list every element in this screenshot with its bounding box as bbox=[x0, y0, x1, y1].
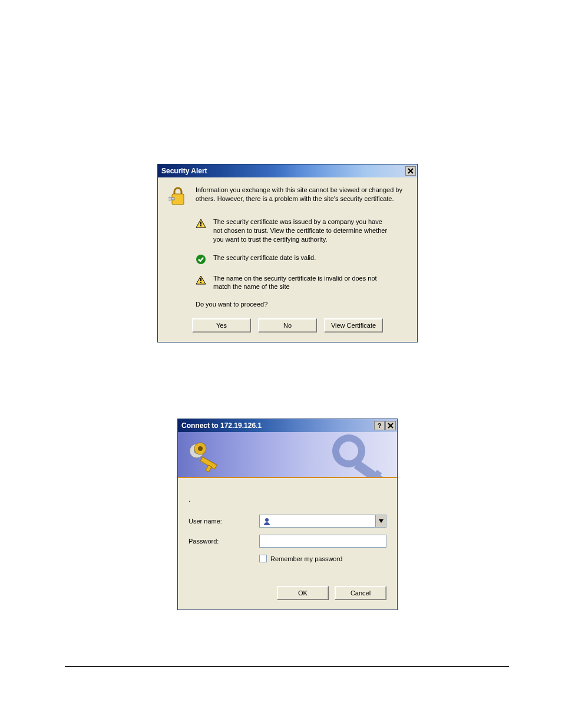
ok-button[interactable]: OK bbox=[277, 586, 329, 600]
connect-banner bbox=[178, 432, 397, 478]
chevron-down-icon[interactable] bbox=[375, 515, 386, 527]
warning-triangle-icon bbox=[196, 218, 206, 229]
svg-rect-11 bbox=[206, 465, 211, 472]
security-alert-intro: Information you exchange with this site … bbox=[196, 186, 406, 207]
security-alert-title: Security Alert bbox=[161, 167, 207, 175]
cert-item-text: The name on the security certificate is … bbox=[213, 274, 390, 292]
svg-rect-3 bbox=[200, 222, 201, 225]
user-icon bbox=[262, 516, 272, 526]
remember-password-checkbox[interactable] bbox=[259, 555, 267, 562]
no-button[interactable]: No bbox=[258, 318, 317, 332]
warning-triangle-icon bbox=[196, 275, 206, 285]
security-alert-dialog: Security Alert Information you exchange … bbox=[157, 164, 418, 342]
check-circle-icon bbox=[196, 254, 206, 265]
remember-password-label: Remember my password bbox=[270, 555, 342, 562]
cert-item-name: The name on the security certificate is … bbox=[196, 274, 406, 292]
help-icon[interactable]: ? bbox=[374, 421, 385, 430]
connect-titlebar[interactable]: Connect to 172.19.126.1 ? bbox=[178, 419, 397, 432]
cert-item-date: The security certificate date is valid. bbox=[196, 253, 406, 265]
cert-item-text: The security certificate date is valid. bbox=[213, 253, 316, 262]
cert-item-issuer: The security certificate was issued by a… bbox=[196, 218, 406, 244]
yes-button[interactable]: Yes bbox=[192, 318, 251, 332]
security-alert-titlebar[interactable]: Security Alert bbox=[158, 164, 417, 177]
close-icon[interactable] bbox=[405, 166, 416, 176]
lock-key-icon bbox=[168, 186, 189, 207]
svg-rect-6 bbox=[200, 278, 201, 281]
server-label: . bbox=[189, 496, 386, 503]
password-label: Password: bbox=[189, 538, 259, 545]
username-label: User name: bbox=[189, 518, 259, 525]
connect-dialog: Connect to 172.19.126.1 ? bbox=[177, 419, 398, 610]
close-icon[interactable] bbox=[385, 421, 396, 430]
connect-title: Connect to 172.19.126.1 bbox=[181, 421, 262, 430]
svg-rect-4 bbox=[200, 225, 201, 226]
password-field[interactable] bbox=[259, 535, 386, 548]
svg-point-16 bbox=[265, 518, 269, 522]
svg-point-13 bbox=[198, 446, 203, 451]
divider bbox=[65, 666, 509, 667]
cert-item-text: The security certificate was issued by a… bbox=[213, 218, 390, 244]
cancel-button[interactable]: Cancel bbox=[335, 586, 386, 600]
svg-rect-7 bbox=[200, 282, 201, 283]
username-field[interactable] bbox=[259, 515, 386, 528]
proceed-question: Do you want to proceed? bbox=[196, 301, 406, 308]
svg-point-2 bbox=[168, 197, 171, 200]
view-certificate-button[interactable]: View Certificate bbox=[324, 318, 383, 332]
